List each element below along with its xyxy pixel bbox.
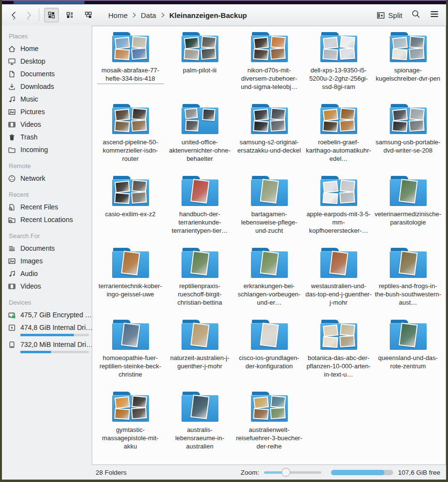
folder-item[interactable]: queensland-und-das-rote-zentrum [373,320,443,392]
breadcrumb-item-home[interactable]: Home [108,11,128,19]
folder-item[interactable]: australis-lebensraeume-in-australien [165,392,234,464]
folder-item[interactable]: naturzeit-australien-j-guenther-j-mohr [165,320,234,392]
sidebar-item-videos[interactable]: Videos [8,118,92,131]
breadcrumb-item-data[interactable]: Data [141,11,156,19]
folder-icon [181,248,219,279]
sidebar-item-label: 475,7 GiB Encrypted … [20,311,92,319]
folder-label: mosaik-abrafaxe-77-hefte-334-bis-418 [97,66,164,84]
forward-button[interactable] [21,8,36,22]
sidebar-item-downloads[interactable]: Downloads [8,80,92,93]
thumbnail-photo [132,108,147,121]
sidebar-item-videos[interactable]: Videos [8,280,92,293]
folder-item[interactable]: palm-pilot-iii [165,32,234,104]
folder-item[interactable]: nikon-d70s-mit-diversem-zubehoer-und-sig… [234,32,304,104]
folder-label: botanica-das-abc-der-pflanzen-10-000-art… [305,354,372,379]
folder-item[interactable]: botanica-das-abc-der-pflanzen-10-000-art… [304,320,373,392]
folder-icon [389,320,427,351]
icons-view-icon [48,11,55,19]
sidebar-item-documents[interactable]: Documents [8,242,92,255]
icons-view-button[interactable] [44,8,59,22]
sidebar-item-475-7-gib-encrypted-[interactable]: 475,7 GiB Encrypted … [8,309,92,321]
section-header-devices: Devices [9,299,92,306]
thumbnail-photo [409,36,425,49]
sidebar-item-documents[interactable]: Documents [8,68,92,80]
thumbnail-photo [201,36,216,49]
zoom-slider[interactable] [264,468,321,477]
folder-item[interactable]: veterinaermedizinische-parasitologie [373,176,443,248]
thumbnail-photo [260,251,279,275]
folder-item[interactable]: ascend-pipeline-50-kommerzieller-isdn-ro… [96,104,165,176]
zoom-label: Zoom: [241,469,259,476]
sidebar-item-label: Home [20,45,38,52]
sidebar-item-desktop[interactable]: Desktop [8,55,92,68]
sidebar-item-pictures[interactable]: Pictures [8,105,92,118]
sidebar-item-images[interactable]: Images [8,255,92,267]
folder-label: reptiles-and-frogs-in-the-bush-southwest… [375,282,442,307]
thumbnail-photo [184,108,198,119]
folder-item[interactable]: reptiles-and-frogs-in-the-bush-southwest… [373,248,443,320]
folder-item[interactable]: cisco-ios-grundlagen-der-konfiguration [234,320,304,392]
folder-icon [112,320,149,351]
sidebar-item-474-8-gib-internal-dri-[interactable]: 474,8 GiB Internal Dri… [8,321,92,334]
folder-item[interactable]: bartagamen-lebensweise-pflege-und-zucht [234,176,304,248]
search-button[interactable] [411,9,421,21]
folder-icon [8,146,16,154]
tree-view-button[interactable] [81,8,96,22]
folder-view[interactable]: mosaik-abrafaxe-77-hefte-334-bis-418palm… [92,26,446,465]
sidebar-item-732-0-mib-internal-dri-[interactable]: 732,0 MiB Internal Dri… [8,338,92,351]
sidebar-item-trash[interactable]: Trash [8,131,92,143]
folder-item[interactable]: spionage-kugelschreiber-dvr-pen [373,32,443,104]
details-view-icon [66,11,74,19]
folder-label: australis-lebensraeume-in-australien [166,426,233,450]
sidebar-item-audio[interactable]: Audio [8,267,92,280]
split-button[interactable]: Split [377,11,402,19]
folder-item[interactable]: reptilienpraxis-rueschoff-birgit-christi… [165,248,234,320]
folder-item[interactable]: samsung-usb-portable-dvd-writer-se-208 [373,104,443,176]
folder-item[interactable]: mosaik-abrafaxe-77-hefte-334-bis-418 [96,32,165,104]
thumbnail-photo [183,49,199,60]
folder-icon [250,104,288,135]
thumbnail-photo [114,49,130,60]
folder-icon [112,104,149,135]
thumbnail-photo [270,120,286,132]
folder-item[interactable]: australienwelt-reisefuehrer-3-buecher-de… [234,392,304,464]
sidebar-item-recent-files[interactable]: Recent Files [8,201,92,213]
folder-item[interactable]: dell-xps-13-9350-i5-5200u-2-2ghz-256gi-s… [304,32,373,104]
folder-icon [181,32,219,63]
folder-item[interactable]: united-office-aktenvernichter-ohne-behae… [165,104,234,176]
folder-item[interactable]: apple-earpods-mit-3-5-mm-kopfhoerersteck… [304,176,373,248]
folder-item[interactable]: samsung-s2-original-ersatzakku-und-decke… [234,104,304,176]
folder-label: spionage-kugelschreiber-dvr-pen [375,66,442,83]
menu-button[interactable] [430,9,439,21]
folder-label: dell-xps-13-9350-i5-5200u-2-2ghz-256gi-s… [305,66,372,91]
folder-item[interactable]: gymtastic-massagepistole-mit-akku [96,392,165,464]
sidebar-item-label: 732,0 MiB Internal Dri… [20,341,92,348]
folder-label: palm-pilot-iii [166,66,233,74]
folder-item[interactable]: homoeopathie-fuer-reptilien-steinke-beck… [96,320,165,392]
sidebar-item-home[interactable]: Home [8,42,92,55]
folder-item[interactable]: erkrankungen-bei-schlangen-vorbeugen-und… [234,248,304,320]
sidebar-item-network[interactable]: Network [8,172,92,185]
section-header-recent: Recent [9,191,92,198]
sidebar-item-incoming[interactable]: Incoming [8,143,92,156]
folder-item[interactable]: terrarientechnik-kober-ingo-geissel-uwe [96,248,165,320]
sidebar-item-label: Recent Files [20,203,58,211]
breadcrumb-item-kleinanzeigen-backup[interactable]: Kleinanzeigen-Backup [169,11,247,19]
folder-label: australienwelt-reisefuehrer-3-buecher-de… [236,426,303,450]
zoom-slider-handle[interactable] [282,468,290,477]
thumbnail-photo [340,108,355,121]
folder-item[interactable]: handbuch-der-terrarienkunde-terrarientyp… [165,176,234,248]
thumbnail-photo [409,108,425,121]
section-header-remote: Remote [9,162,92,170]
folder-item[interactable]: casio-exilim-ex-z2 [96,176,165,248]
sidebar-item-recent-locations[interactable]: Recent Locations [8,213,92,226]
folder-label: handbuch-der-terrarienkunde-terrarientyp… [166,210,233,235]
folder-item[interactable]: roebelin-graef-karthago-automatikuhr-ede… [304,104,373,176]
folder-item[interactable]: westaustralien-und-das-top-end-j-guenthe… [304,248,373,320]
sidebar-item-music[interactable]: Music [8,93,92,105]
sidebar-item-label: Trash [20,133,37,141]
details-view-button[interactable] [63,8,77,22]
back-button[interactable] [7,8,21,22]
chevron-right-icon [23,10,34,20]
folder-icon [181,176,219,207]
